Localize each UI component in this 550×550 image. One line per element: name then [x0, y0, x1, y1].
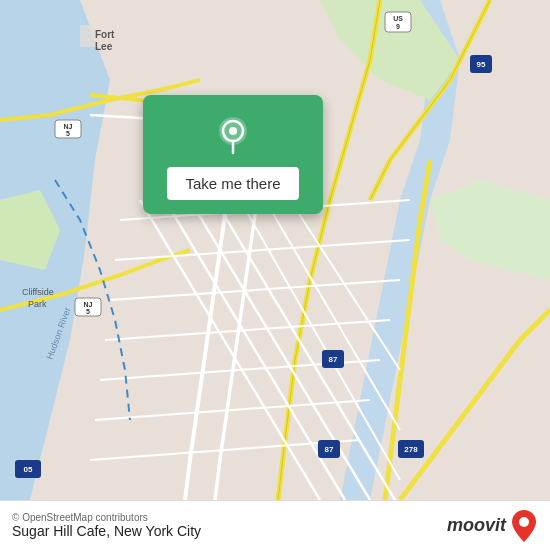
svg-text:NJ: NJ	[84, 301, 93, 308]
svg-text:95: 95	[477, 60, 486, 69]
svg-text:NJ: NJ	[64, 123, 73, 130]
svg-text:Park: Park	[28, 299, 47, 309]
svg-point-47	[229, 127, 237, 135]
svg-text:05: 05	[24, 465, 33, 474]
svg-point-48	[519, 517, 529, 527]
svg-text:9: 9	[396, 23, 400, 30]
location-title: Sugar Hill Cafe, New York City	[12, 523, 201, 539]
take-me-there-button[interactable]: Take me there	[167, 167, 298, 200]
svg-text:278: 278	[404, 445, 418, 454]
location-card[interactable]: Take me there	[143, 95, 323, 214]
moovit-brand-text: moovit	[447, 515, 506, 536]
svg-text:US: US	[393, 15, 403, 22]
svg-text:87: 87	[325, 445, 334, 454]
svg-text:87: 87	[329, 355, 338, 364]
svg-text:Cliffside: Cliffside	[22, 287, 54, 297]
location-pin-icon	[211, 113, 255, 157]
svg-text:Fort: Fort	[95, 29, 115, 40]
map-attribution: © OpenStreetMap contributors	[12, 512, 201, 523]
svg-text:Lee: Lee	[95, 41, 113, 52]
map-view: US 9 95 NJ 5 NJ 5 87 87 278 05 Fort Lee …	[0, 0, 550, 500]
moovit-logo: moovit	[447, 508, 538, 544]
svg-text:5: 5	[86, 308, 90, 315]
bottom-bar: © OpenStreetMap contributors Sugar Hill …	[0, 500, 550, 550]
svg-text:5: 5	[66, 130, 70, 137]
location-info: © OpenStreetMap contributors Sugar Hill …	[12, 512, 201, 539]
moovit-pin-icon	[510, 508, 538, 544]
svg-rect-6	[80, 25, 150, 47]
